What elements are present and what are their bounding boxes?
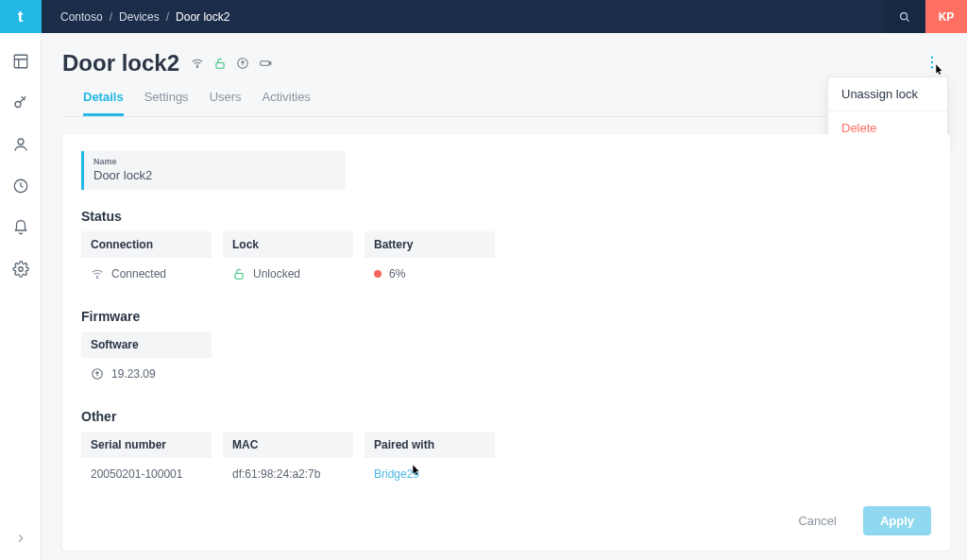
wifi-icon xyxy=(91,267,104,280)
status-connection-label: Connection xyxy=(81,231,212,258)
name-field[interactable]: Name Door lock2 xyxy=(81,151,346,190)
svg-rect-7 xyxy=(216,62,224,68)
status-heading: Status xyxy=(81,209,931,224)
other-mac-value: df:61:98:24:a2:7b xyxy=(232,467,320,481)
battery-icon xyxy=(259,57,272,70)
sidebar-item-users[interactable] xyxy=(9,133,32,156)
tabs: Details Settings Users Activities xyxy=(62,90,941,117)
sidebar-collapse[interactable] xyxy=(14,532,27,549)
svg-rect-10 xyxy=(270,62,271,64)
firmware-software-value: 19.23.09 xyxy=(111,367,156,381)
cursor-pointer-icon xyxy=(408,464,423,479)
breadcrumb-separator: / xyxy=(110,10,112,24)
clock-icon xyxy=(12,178,29,195)
breadcrumb-org[interactable]: Contoso xyxy=(60,10,103,24)
sidebar: t xyxy=(0,0,42,560)
bell-icon xyxy=(12,219,29,236)
tab-details[interactable]: Details xyxy=(83,90,124,116)
topbar: Contoso / Devices / Door lock2 KP xyxy=(42,0,967,33)
svg-rect-0 xyxy=(14,55,27,68)
status-lock-value: Unlocked xyxy=(253,267,300,280)
sidebar-item-alerts[interactable] xyxy=(9,216,32,239)
svg-rect-9 xyxy=(261,61,269,66)
breadcrumb-devices[interactable]: Devices xyxy=(119,10,160,24)
name-label: Name xyxy=(93,157,336,166)
search-button[interactable] xyxy=(884,0,925,33)
dashboard-icon xyxy=(12,53,29,70)
chevron-right-icon xyxy=(14,532,27,545)
status-battery-label: Battery xyxy=(365,231,495,258)
status-battery-value: 6% xyxy=(389,267,405,280)
battery-low-indicator xyxy=(374,270,382,278)
brand-logo[interactable]: t xyxy=(0,0,42,33)
wifi-icon xyxy=(191,57,204,70)
firmware-software-label: Software xyxy=(81,331,212,358)
update-icon xyxy=(91,367,104,381)
other-serial-label: Serial number xyxy=(81,432,212,458)
breadcrumb-separator: / xyxy=(166,10,169,24)
breadcrumb-current: Door lock2 xyxy=(176,10,229,24)
page-title: Door lock2 xyxy=(62,50,179,76)
unlock-icon xyxy=(213,57,227,70)
other-paired-label: Paired with xyxy=(365,432,495,458)
status-connection-value: Connected xyxy=(111,267,166,280)
key-icon xyxy=(12,94,29,111)
tab-activities[interactable]: Activities xyxy=(263,90,311,116)
gear-icon xyxy=(12,261,29,278)
details-card: Name Door lock2 Status Connection Connec… xyxy=(62,134,950,551)
svg-rect-15 xyxy=(235,273,243,279)
user-avatar[interactable]: KP xyxy=(925,0,967,33)
svg-point-1 xyxy=(15,102,21,108)
other-mac-label: MAC xyxy=(223,432,353,458)
apply-button[interactable]: Apply xyxy=(863,506,931,535)
user-initials: KP xyxy=(939,10,955,24)
unlock-icon xyxy=(232,267,246,280)
svg-point-2 xyxy=(18,139,24,144)
svg-point-6 xyxy=(196,67,197,68)
user-icon xyxy=(12,136,29,153)
sidebar-item-dashboard[interactable] xyxy=(9,50,32,73)
tab-settings[interactable]: Settings xyxy=(144,90,189,116)
update-icon xyxy=(236,57,249,70)
cancel-button[interactable]: Cancel xyxy=(781,506,853,535)
page-head: Door lock2 Unassign lock Delete Details xyxy=(42,33,967,117)
search-icon xyxy=(898,10,911,24)
svg-point-5 xyxy=(901,12,908,19)
brand-letter: t xyxy=(18,8,24,26)
menu-item-unassign[interactable]: Unassign lock xyxy=(828,77,947,110)
sidebar-item-settings[interactable] xyxy=(9,258,32,280)
status-lock-label: Lock xyxy=(223,231,353,258)
sidebar-item-activity[interactable] xyxy=(9,175,32,197)
other-heading: Other xyxy=(81,409,931,424)
name-value: Door lock2 xyxy=(93,168,336,182)
svg-point-14 xyxy=(96,278,97,279)
sidebar-item-keys[interactable] xyxy=(9,92,32,114)
tab-users[interactable]: Users xyxy=(210,90,242,116)
svg-point-11 xyxy=(931,57,933,59)
other-serial-value: 20050201-100001 xyxy=(91,467,182,481)
svg-point-4 xyxy=(18,267,23,272)
firmware-heading: Firmware xyxy=(81,309,931,324)
